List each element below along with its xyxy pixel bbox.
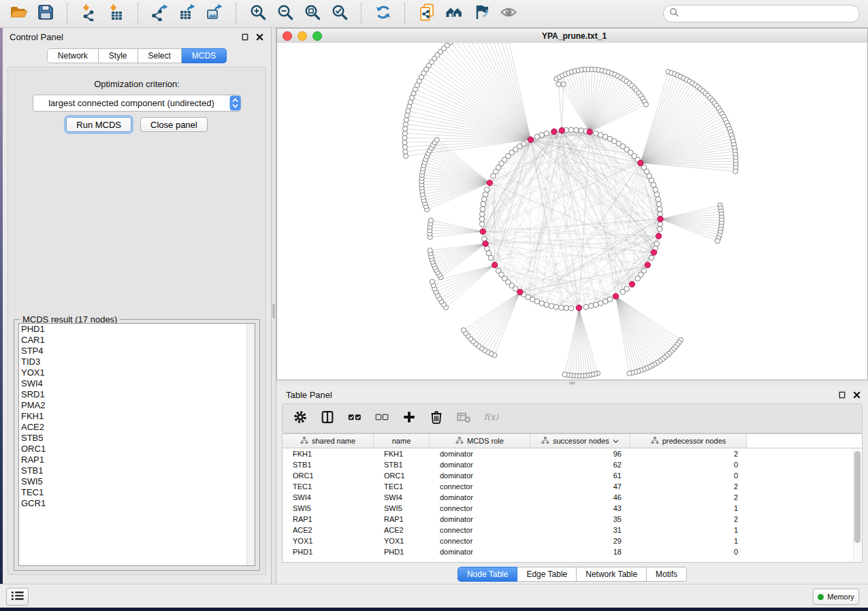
network-node[interactable] xyxy=(657,207,662,212)
first-neighbors-button[interactable] xyxy=(444,3,464,24)
network-node[interactable] xyxy=(593,302,598,308)
network-node[interactable] xyxy=(402,145,407,150)
criterion-dropdown[interactable]: largest connected component (undirected) xyxy=(33,95,241,112)
network-node[interactable] xyxy=(568,306,574,311)
mcds-result-item[interactable]: CAR1 xyxy=(19,335,255,346)
table-row[interactable]: TEC1TEC1connector472 xyxy=(283,481,862,492)
zoom-selected-button[interactable] xyxy=(329,3,350,24)
network-node[interactable] xyxy=(544,131,549,136)
zoom-in-button[interactable] xyxy=(248,3,268,24)
mcds-network-node[interactable] xyxy=(656,233,661,239)
tab-edge-table[interactable]: Edge Table xyxy=(517,567,577,582)
mcds-network-node[interactable] xyxy=(551,129,557,134)
mcds-result-item[interactable]: ORC1 xyxy=(19,444,255,455)
network-node[interactable] xyxy=(544,302,549,308)
mcds-result-item[interactable]: PMA2 xyxy=(19,400,255,411)
network-node[interactable] xyxy=(583,304,589,310)
network-node[interactable] xyxy=(657,227,662,232)
table-scrollbar-thumb[interactable] xyxy=(854,451,861,543)
network-node[interactable] xyxy=(403,127,408,131)
tab-motifs[interactable]: Motifs xyxy=(647,567,687,582)
mcds-network-node[interactable] xyxy=(559,128,564,133)
mcds-result-item[interactable]: SWI5 xyxy=(19,476,255,487)
network-node[interactable] xyxy=(564,306,569,311)
column-header-name[interactable]: name xyxy=(374,434,430,448)
network-node[interactable] xyxy=(627,371,632,376)
horizontal-splitter-grip[interactable] xyxy=(569,382,575,384)
network-node[interactable] xyxy=(654,241,660,246)
zoom-fit-button[interactable] xyxy=(302,3,323,24)
export-table-button[interactable] xyxy=(177,3,197,24)
import-network-button[interactable] xyxy=(79,3,99,24)
network-node[interactable] xyxy=(479,222,485,227)
tab-style[interactable]: Style xyxy=(99,48,138,63)
mcds-network-node[interactable] xyxy=(483,241,488,246)
import-table-button[interactable] xyxy=(106,3,127,24)
network-node[interactable] xyxy=(481,197,487,202)
settings-button[interactable] xyxy=(292,410,308,427)
float-table-panel-icon[interactable] xyxy=(837,390,846,399)
column-header-predecessor-nodes[interactable]: predecessor nodes xyxy=(630,434,747,448)
network-node[interactable] xyxy=(656,197,661,202)
network-node[interactable] xyxy=(561,82,566,86)
toggle-panel-button[interactable] xyxy=(319,410,336,427)
network-node[interactable] xyxy=(654,192,660,197)
mcds-result-item[interactable]: TEC1 xyxy=(19,487,255,498)
network-node[interactable] xyxy=(403,122,408,127)
delete-column-button[interactable] xyxy=(428,410,445,427)
mcds-result-list[interactable]: PHD1CAR1STP4TID3YOX1SWI4SRD1PMA2FKH1ACE2… xyxy=(18,323,255,566)
network-node[interactable] xyxy=(539,133,545,138)
mcds-result-item[interactable]: ACE2 xyxy=(19,422,255,433)
mcds-network-node[interactable] xyxy=(645,262,650,267)
column-header-MCDS-role[interactable]: MCDS role xyxy=(430,434,530,448)
column-header-successor-nodes[interactable]: successor nodes xyxy=(530,434,630,448)
mcds-list-scrollbar[interactable] xyxy=(246,324,255,565)
refresh-button[interactable] xyxy=(373,3,393,24)
mcds-result-item[interactable]: STB1 xyxy=(19,465,255,476)
table-scrollbar[interactable] xyxy=(853,448,861,561)
task-history-button[interactable] xyxy=(6,588,29,606)
run-mcds-button[interactable]: Run MCDS xyxy=(66,117,131,132)
tab-network-table[interactable]: Network Table xyxy=(577,567,647,582)
network-node[interactable] xyxy=(733,169,738,174)
save-button[interactable] xyxy=(35,3,56,24)
hide-selected-button[interactable] xyxy=(471,3,492,24)
network-view[interactable] xyxy=(277,43,867,380)
network-node[interactable] xyxy=(403,149,408,154)
zoom-out-button[interactable] xyxy=(275,3,295,24)
close-panel-button[interactable]: Close panel xyxy=(140,117,208,132)
tab-node-table[interactable]: Node Table xyxy=(457,567,518,582)
mcds-result-item[interactable]: PHD1 xyxy=(19,324,255,335)
close-panel-icon[interactable] xyxy=(255,32,264,42)
network-node[interactable] xyxy=(481,201,486,207)
export-image-button[interactable] xyxy=(204,3,225,24)
network-node[interactable] xyxy=(402,131,407,135)
tab-network[interactable]: Network xyxy=(47,48,99,63)
mcds-network-node[interactable] xyxy=(528,137,533,142)
mcds-network-node[interactable] xyxy=(651,250,656,255)
network-node[interactable] xyxy=(620,289,626,295)
network-node[interactable] xyxy=(402,140,407,145)
mcds-result-item[interactable]: STB5 xyxy=(19,433,255,444)
mcds-network-node[interactable] xyxy=(658,216,663,222)
network-node[interactable] xyxy=(404,154,408,159)
network-node[interactable] xyxy=(430,279,434,284)
mcds-result-item[interactable]: SWI4 xyxy=(19,378,255,389)
network-node[interactable] xyxy=(461,328,466,333)
table-row[interactable]: FKH1FKH1dominator962 xyxy=(283,448,862,459)
mcds-network-node[interactable] xyxy=(480,229,485,234)
float-panel-icon[interactable] xyxy=(240,32,249,42)
network-node[interactable] xyxy=(402,135,407,140)
search-box[interactable] xyxy=(663,5,860,22)
network-node[interactable] xyxy=(656,201,662,207)
network-node[interactable] xyxy=(479,212,485,217)
network-node[interactable] xyxy=(588,303,594,309)
mcds-result-item[interactable]: RAP1 xyxy=(19,455,255,465)
close-table-panel-icon[interactable] xyxy=(852,390,861,399)
network-node[interactable] xyxy=(404,117,408,122)
open-folder-button[interactable] xyxy=(8,3,29,24)
network-node[interactable] xyxy=(715,239,720,244)
table-row[interactable]: YOX1YOX1connector291 xyxy=(283,535,862,546)
network-node[interactable] xyxy=(404,113,409,118)
table-row[interactable]: SWI5SWI5connector431 xyxy=(283,503,862,514)
